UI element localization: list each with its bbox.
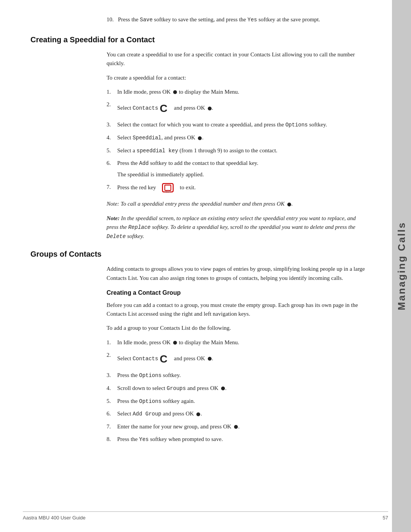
- page-footer: Aastra MBU 400 User Guide 57: [23, 511, 388, 521]
- groups-step-7: 7. Enter the name for your new group, an…: [107, 422, 365, 431]
- main-content: 10. Press the Save softkey to save the s…: [23, 15, 365, 444]
- speeddial-step-1: 1. In Idle mode, press OK to display the…: [107, 88, 365, 96]
- applied-text: The speeddial is immediately applied.: [117, 170, 365, 179]
- speeddial-step-5: 5. Select a speeddial key (from 1 throug…: [107, 146, 365, 155]
- speeddial-body2: To create a speeddial for a contact:: [107, 73, 365, 82]
- bullet-dot-note: [287, 203, 291, 206]
- footer-left: Aastra MBU 400 User Guide: [23, 515, 86, 521]
- contacts-c-icon: C: [160, 100, 167, 117]
- note1: Note: To call a speeddial entry press th…: [107, 200, 365, 208]
- side-tab-label: Managing Calls: [396, 222, 408, 310]
- speeddial-section: Creating a Speeddial for a Contact You c…: [30, 35, 365, 241]
- red-key-icon: CLR: [162, 183, 174, 193]
- bullet-dot-g1: [173, 341, 177, 345]
- svg-rect-1: [165, 185, 171, 190]
- speeddial-body1: You can create a speeddial to use for a …: [107, 50, 365, 68]
- bullet-dot-g6: [196, 412, 200, 416]
- groups-step-2: 2. Select ContactsC and press OK .: [107, 351, 365, 367]
- groups-step-6: 6. Select Add Group and press OK .: [107, 409, 365, 419]
- bullet-dot-g2: [208, 357, 212, 361]
- groups-body1: Adding contacts to groups allows you to …: [107, 265, 365, 283]
- speeddial-step-3: 3. Select the contact for which you want…: [107, 120, 365, 129]
- groups-sub-body2: To add a group to your Contacts List do …: [107, 324, 365, 332]
- groups-step-3: 3. Press the Options softkey.: [107, 371, 365, 380]
- speeddial-step-4: 4. Select Speeddial, and press OK .: [107, 133, 365, 142]
- speeddial-step-2: 2. Select ContactsC and press OK .: [107, 100, 365, 117]
- bullet-dot-4: [198, 136, 202, 140]
- groups-step-4: 4. Scroll down to select Groups and pres…: [107, 384, 365, 393]
- note2: Note: In the speeddial screen, to replac…: [107, 214, 365, 241]
- page-container: Managing Calls 10. Press the Save softke…: [0, 0, 411, 532]
- side-tab: Managing Calls: [392, 0, 411, 532]
- contacts-c-icon-2: C: [160, 351, 167, 367]
- groups-step-5: 5. Press the Options softkey again.: [107, 397, 365, 406]
- bullet-dot: [173, 90, 177, 94]
- step10-num: 10.: [107, 16, 116, 22]
- svg-text:CLR: CLR: [165, 190, 170, 193]
- create-group-heading: Creating a Contact Group: [107, 289, 365, 296]
- speeddial-heading: Creating a Speeddial for a Contact: [30, 35, 365, 44]
- footer-right: 57: [383, 515, 388, 521]
- bullet-dot-g4: [221, 387, 225, 390]
- speeddial-steps: 1. In Idle mode, press OK to display the…: [107, 88, 365, 194]
- create-group-subsection: Creating a Contact Group: [107, 289, 365, 296]
- speeddial-step-6: 6. Press the Add softkey to add the cont…: [107, 159, 365, 179]
- groups-steps: 1. In Idle mode, press OK to display the…: [107, 338, 365, 444]
- speeddial-step-7: 7. Press the red key CLR to exit.: [107, 183, 365, 193]
- groups-heading: Groups of Contacts: [30, 250, 365, 259]
- bullet-dot-g7: [234, 425, 238, 429]
- intro-step10: 10. Press the Save softkey to save the s…: [107, 15, 365, 24]
- groups-section: Groups of Contacts Adding contacts to gr…: [30, 250, 365, 444]
- groups-sub-body1: Before you can add a contact to a group,…: [107, 301, 365, 319]
- groups-step-1: 1. In Idle mode, press OK to display the…: [107, 338, 365, 347]
- step10-text: Press the Save softkey to save the setti…: [118, 16, 320, 22]
- groups-step-8: 8. Press the Yes softkey when prompted t…: [107, 435, 365, 444]
- bullet-dot-2: [208, 107, 212, 110]
